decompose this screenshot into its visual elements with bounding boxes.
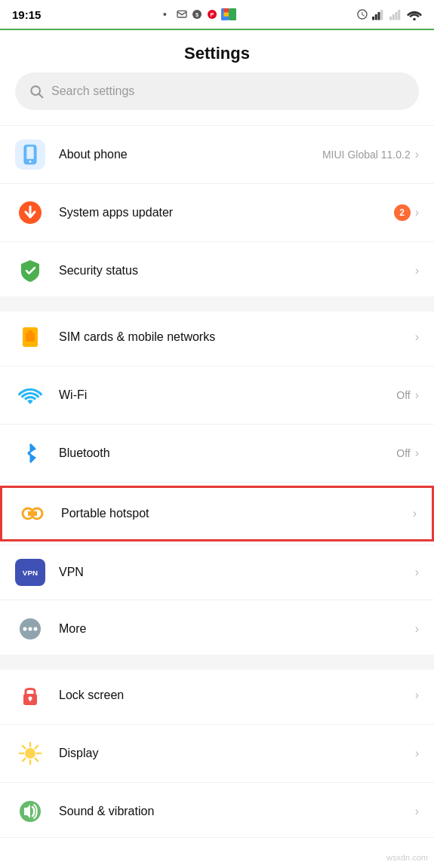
hotspot-icon-container bbox=[17, 498, 48, 529]
wifi-icon-container bbox=[15, 380, 45, 410]
divider-2 bbox=[0, 241, 434, 242]
settings-item-sound[interactable]: Sound & vibration › bbox=[0, 786, 434, 838]
sim-content: SIM cards & mobile networks bbox=[59, 330, 415, 344]
svg-rect-17 bbox=[398, 10, 400, 20]
divider-3 bbox=[0, 366, 434, 367]
wifi-content: Wi-Fi bbox=[59, 388, 396, 402]
display-chevron: › bbox=[415, 747, 419, 760]
settings-item-portable-hotspot[interactable]: Portable hotspot › bbox=[0, 486, 434, 541]
more-icon bbox=[18, 617, 42, 641]
bluetooth-chevron: › bbox=[415, 446, 419, 460]
search-placeholder: Search settings bbox=[51, 84, 134, 98]
svg-rect-11 bbox=[375, 14, 377, 20]
settings-item-about-phone[interactable]: About phone MIUI Global 11.0.2 › bbox=[0, 129, 434, 180]
system-update-icon bbox=[18, 201, 42, 225]
lock-screen-label: Lock screen bbox=[59, 689, 415, 702]
settings-item-vpn[interactable]: VPN VPN › bbox=[0, 548, 434, 597]
system-apps-label: System apps updater bbox=[59, 206, 394, 219]
alarm-icon bbox=[356, 8, 368, 20]
wifi-label: Wi-Fi bbox=[59, 388, 396, 402]
status-left-icons: $ P bbox=[161, 8, 236, 20]
svg-rect-15 bbox=[392, 14, 395, 20]
svg-rect-7 bbox=[229, 8, 236, 20]
vpn-right: › bbox=[415, 566, 419, 579]
svg-line-46 bbox=[35, 746, 38, 749]
svg-point-34 bbox=[29, 627, 32, 631]
vpn-label: VPN bbox=[59, 566, 415, 579]
update-icon-container bbox=[15, 198, 45, 228]
security-icon-container bbox=[15, 256, 45, 286]
svg-line-20 bbox=[39, 94, 43, 98]
security-label: Security status bbox=[59, 264, 415, 278]
lock-screen-chevron: › bbox=[415, 689, 419, 702]
more-right: › bbox=[415, 622, 419, 636]
svg-line-44 bbox=[23, 746, 26, 749]
divider-1 bbox=[0, 183, 434, 184]
divider-9 bbox=[0, 782, 434, 783]
svg-rect-38 bbox=[29, 698, 31, 701]
lock-screen-right: › bbox=[415, 689, 419, 702]
maps-icon bbox=[221, 8, 236, 20]
update-badge: 2 bbox=[394, 204, 411, 221]
settings-item-bluetooth[interactable]: Bluetooth Off › bbox=[0, 428, 434, 479]
sound-chevron: › bbox=[415, 805, 419, 818]
hotspot-content: Portable hotspot bbox=[61, 507, 413, 520]
system-apps-right: 2 › bbox=[394, 204, 419, 221]
svg-text:P: P bbox=[211, 11, 214, 18]
wifi-chevron: › bbox=[415, 388, 419, 402]
svg-text:VPN: VPN bbox=[23, 569, 38, 577]
wifi-status-icon bbox=[407, 8, 422, 20]
svg-line-47 bbox=[23, 759, 26, 762]
svg-line-45 bbox=[35, 759, 38, 762]
signal2-icon bbox=[389, 8, 403, 20]
lock-screen-icon bbox=[18, 683, 42, 707]
bluetooth-value: Off bbox=[396, 447, 410, 459]
settings-item-sim-cards[interactable]: SIM cards & mobile networks › bbox=[0, 311, 434, 363]
settings-item-system-apps-updater[interactable]: System apps updater 2 › bbox=[0, 187, 434, 238]
more-icon-container bbox=[15, 614, 45, 644]
about-phone-chevron: › bbox=[415, 148, 419, 161]
hotspot-icon bbox=[20, 501, 45, 526]
message-icon bbox=[176, 8, 188, 20]
more-content: More bbox=[59, 622, 415, 636]
svg-point-33 bbox=[23, 627, 27, 631]
sim-label: SIM cards & mobile networks bbox=[59, 330, 415, 344]
section-gap-2 bbox=[0, 655, 434, 670]
sim-card-icon bbox=[18, 325, 42, 349]
system-apps-chevron: › bbox=[415, 206, 419, 219]
about-phone-value: MIUI Global 11.0.2 bbox=[322, 149, 411, 161]
settings-item-display[interactable]: Display › bbox=[0, 728, 434, 779]
display-icon-container bbox=[15, 738, 45, 768]
lock-icon-container bbox=[15, 680, 45, 710]
hotspot-label: Portable hotspot bbox=[61, 507, 413, 520]
more-chevron: › bbox=[415, 622, 419, 636]
vpn-content: VPN bbox=[59, 566, 415, 579]
about-phone-icon bbox=[15, 140, 45, 170]
about-phone-right: MIUI Global 11.0.2 › bbox=[322, 148, 419, 161]
divider-5 bbox=[0, 482, 434, 483]
settings-item-lock-screen[interactable]: Lock screen › bbox=[0, 670, 434, 721]
sound-icon bbox=[18, 799, 42, 824]
hotspot-chevron: › bbox=[413, 507, 417, 520]
vpn-chevron: › bbox=[415, 566, 419, 579]
system-apps-content: System apps updater bbox=[59, 206, 394, 219]
svg-rect-30 bbox=[28, 511, 37, 516]
security-content: Security status bbox=[59, 264, 415, 278]
sound-icon-container bbox=[15, 796, 45, 827]
divider-6 bbox=[0, 544, 434, 545]
pinterest-icon: P bbox=[206, 8, 218, 20]
settings-item-security[interactable]: Security status › bbox=[0, 245, 434, 296]
display-content: Display bbox=[59, 747, 415, 760]
svg-rect-1 bbox=[177, 11, 186, 17]
signal1-icon bbox=[372, 8, 386, 20]
svg-rect-12 bbox=[378, 12, 380, 20]
svg-text:$: $ bbox=[195, 11, 199, 18]
settings-item-wifi[interactable]: Wi-Fi Off › bbox=[0, 370, 434, 421]
bluetooth-label: Bluetooth bbox=[59, 446, 396, 460]
svg-rect-8 bbox=[224, 12, 229, 16]
settings-item-more[interactable]: More › bbox=[0, 603, 434, 655]
search-bar[interactable]: Search settings bbox=[15, 72, 419, 110]
security-shield-icon bbox=[18, 259, 42, 283]
section-gap-1 bbox=[0, 296, 434, 311]
sim-right: › bbox=[415, 330, 419, 344]
